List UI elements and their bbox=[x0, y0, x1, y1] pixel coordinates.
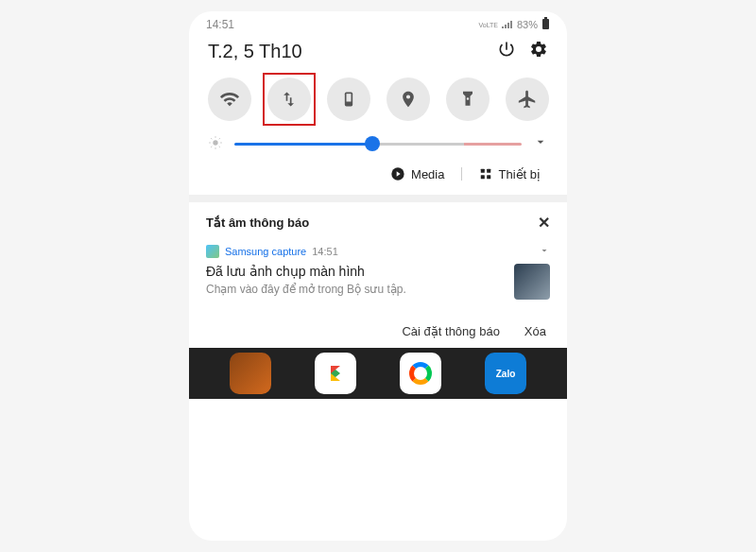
home-dock: Zalo bbox=[189, 348, 567, 399]
svg-point-5 bbox=[213, 140, 217, 145]
gear-icon[interactable] bbox=[529, 40, 548, 62]
status-bar: 14:51 VoLTE 83% bbox=[189, 11, 567, 32]
slider-thumb[interactable] bbox=[365, 136, 380, 151]
sound-toggle[interactable] bbox=[327, 78, 370, 121]
media-label: Media bbox=[411, 167, 444, 181]
close-icon[interactable]: ✕ bbox=[538, 214, 550, 232]
clear-button[interactable]: Xóa bbox=[524, 324, 546, 338]
notification-actions: Cài đặt thông báo Xóa bbox=[189, 311, 567, 348]
location-toggle[interactable] bbox=[387, 78, 430, 121]
battery-icon bbox=[541, 17, 550, 32]
svg-rect-9 bbox=[481, 175, 485, 179]
brightness-icon bbox=[208, 135, 223, 153]
date-label: T.2, 5 Th10 bbox=[208, 41, 302, 62]
svg-rect-4 bbox=[346, 94, 351, 101]
mute-notifications-label[interactable]: Tắt âm thông báo bbox=[206, 216, 309, 230]
svg-rect-1 bbox=[544, 17, 547, 19]
signal-icon bbox=[502, 19, 513, 30]
carrier-label: VoLTE bbox=[478, 22, 498, 28]
highlight-box bbox=[263, 73, 316, 126]
svg-rect-7 bbox=[481, 169, 485, 173]
flashlight-toggle[interactable] bbox=[446, 78, 490, 121]
notification-time: 14:51 bbox=[312, 246, 338, 257]
brightness-slider[interactable] bbox=[234, 143, 522, 146]
devices-label: Thiết bị bbox=[498, 167, 541, 181]
svg-rect-8 bbox=[488, 169, 491, 173]
notification-settings-button[interactable]: Cài đặt thông báo bbox=[402, 324, 499, 338]
quick-toggles bbox=[189, 72, 567, 121]
screenshot-thumbnail[interactable] bbox=[514, 264, 550, 300]
media-button[interactable]: Media bbox=[390, 166, 444, 181]
mobile-data-toggle[interactable] bbox=[267, 78, 311, 121]
notification-subtitle: Chạm vào đây để mở trong Bộ sưu tập. bbox=[206, 283, 406, 296]
notification-card[interactable]: Tắt âm thông báo ✕ Samsung capture 14:51… bbox=[189, 202, 567, 311]
battery-percent: 83% bbox=[517, 19, 538, 30]
dock-app-3[interactable] bbox=[400, 353, 441, 394]
notification-panel: 14:51 VoLTE 83% T.2, 5 Th10 bbox=[189, 11, 567, 541]
devices-button[interactable]: Thiết bị bbox=[479, 167, 541, 181]
brightness-slider-row bbox=[189, 121, 567, 161]
svg-rect-10 bbox=[488, 175, 491, 179]
chevron-down-icon[interactable] bbox=[539, 245, 550, 258]
app-icon bbox=[206, 245, 219, 258]
play-store-app[interactable] bbox=[315, 353, 356, 394]
media-devices-row: Media Thiết bị bbox=[189, 161, 567, 195]
chevron-down-icon[interactable] bbox=[533, 134, 548, 153]
airplane-toggle[interactable] bbox=[506, 78, 549, 121]
app-name: Samsung capture bbox=[225, 246, 306, 257]
wifi-toggle[interactable] bbox=[208, 78, 251, 121]
clock: 14:51 bbox=[206, 18, 234, 31]
zalo-app[interactable]: Zalo bbox=[485, 353, 526, 394]
panel-header: T.2, 5 Th10 bbox=[189, 32, 567, 72]
dock-app-1[interactable] bbox=[230, 353, 271, 394]
notification-title: Đã lưu ảnh chụp màn hình bbox=[206, 264, 406, 279]
divider bbox=[461, 167, 462, 181]
power-icon[interactable] bbox=[497, 40, 516, 62]
svg-rect-2 bbox=[543, 21, 548, 28]
